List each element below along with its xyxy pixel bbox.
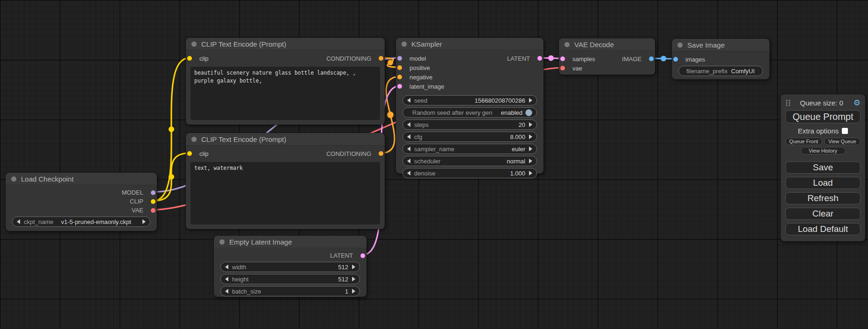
widget-value: 512 [338, 276, 348, 283]
output-port-latent[interactable] [360, 253, 365, 258]
save-button[interactable]: Save [785, 161, 861, 174]
node-vae-decode[interactable]: VAE Decode samples IMAGE vae [559, 38, 655, 75]
node-title-bar[interactable]: Load Checkpoint [6, 173, 157, 185]
load-button[interactable]: Load [785, 177, 861, 189]
output-port-vae[interactable] [151, 208, 155, 213]
node-title: Load Checkpoint [21, 175, 74, 183]
input-port-samples[interactable] [560, 56, 565, 61]
output-port-conditioning[interactable] [379, 151, 383, 156]
input-port-images[interactable] [673, 57, 678, 62]
output-port-model[interactable] [151, 190, 155, 195]
prompt-textarea[interactable]: beautiful scenery nature glass bottle la… [191, 67, 380, 120]
next-value-arrow-icon[interactable] [352, 277, 355, 281]
batch-size-widget[interactable]: batch_size 1 [220, 286, 360, 296]
widget-value: euler [512, 146, 525, 153]
input-label-vae: vae [572, 65, 582, 72]
input-port-model[interactable] [397, 56, 402, 61]
clear-button[interactable]: Clear [785, 208, 861, 220]
next-value-arrow-icon[interactable] [529, 122, 532, 127]
extra-options-label: Extra options [798, 127, 839, 135]
prev-value-arrow-icon[interactable] [225, 277, 228, 281]
node-title-bar[interactable]: CLIP Text Encode (Prompt) [186, 133, 385, 146]
output-port-image[interactable] [649, 56, 654, 61]
ckpt-name-widget[interactable]: ckpt_name v1-5-pruned-emaonly.ckpt [12, 217, 150, 227]
node-title-bar[interactable]: KSampler [396, 38, 543, 50]
refresh-button[interactable]: Refresh [785, 192, 861, 204]
node-title-bar[interactable]: Empty Latent Image [214, 236, 367, 248]
widget-value: ComfyUI [731, 68, 755, 75]
node-title-bar[interactable]: Save Image [672, 39, 769, 51]
node-load-checkpoint[interactable]: Load Checkpoint MODEL CLIP VAE ckpt_name… [6, 173, 157, 231]
next-value-arrow-icon[interactable] [529, 159, 532, 163]
random-seed-toggle-widget[interactable]: Random seed after every gen enabled [402, 107, 537, 118]
sampler-name-widget[interactable]: sampler_name euler [402, 144, 537, 154]
collapse-dot-icon[interactable] [11, 176, 16, 182]
node-title-bar[interactable]: VAE Decode [559, 38, 655, 51]
output-label-model: MODEL [122, 189, 143, 196]
prev-value-arrow-icon[interactable] [407, 122, 410, 127]
output-port-clip[interactable] [151, 199, 155, 204]
next-value-arrow-icon[interactable] [352, 289, 355, 294]
collapse-dot-icon[interactable] [191, 137, 197, 142]
extra-options-checkbox[interactable] [842, 128, 848, 134]
node-title-bar[interactable]: CLIP Text Encode (Prompt) [186, 38, 385, 50]
collapse-dot-icon[interactable] [402, 42, 407, 47]
link-midpoint-dot [548, 56, 554, 61]
prev-value-arrow-icon[interactable] [407, 159, 410, 163]
next-value-arrow-icon[interactable] [529, 98, 532, 103]
collapse-dot-icon[interactable] [677, 42, 683, 48]
output-port-conditioning[interactable] [379, 56, 383, 61]
node-empty-latent-image[interactable]: Empty Latent Image LATENT width 512 heig… [214, 236, 367, 297]
widget-value: 156680208700286 [475, 97, 525, 104]
next-value-arrow-icon[interactable] [529, 147, 532, 151]
node-clip-text-encode-positive[interactable]: CLIP Text Encode (Prompt) clip CONDITION… [186, 38, 385, 125]
view-history-button[interactable]: View History [801, 147, 846, 154]
input-label-model: model [409, 55, 426, 62]
queue-prompt-button[interactable]: Queue Prompt [785, 110, 861, 123]
prev-value-arrow-icon[interactable] [407, 98, 410, 103]
input-port-positive[interactable] [397, 65, 402, 70]
widget-value: v1-5-pruned-emaonly.ckpt [61, 218, 131, 225]
widget-label: height [232, 276, 248, 283]
prev-value-arrow-icon[interactable] [407, 147, 410, 151]
queue-front-button[interactable]: Queue Front [785, 138, 822, 145]
width-widget[interactable]: width 512 [220, 262, 360, 272]
prev-value-arrow-icon[interactable] [225, 265, 228, 269]
height-widget[interactable]: height 512 [220, 274, 360, 284]
seed-widget[interactable]: seed 156680208700286 [402, 95, 537, 105]
collapse-dot-icon[interactable] [191, 42, 197, 47]
cfg-widget[interactable]: cfg 8.000 [402, 132, 537, 142]
prev-value-arrow-icon[interactable] [225, 289, 228, 294]
denoise-widget[interactable]: denoise 1.000 [402, 168, 537, 178]
node-save-image[interactable]: Save Image images filename_prefix ComfyU… [672, 39, 769, 79]
input-port-negative[interactable] [397, 75, 402, 79]
input-port-clip[interactable] [187, 151, 192, 156]
load-default-button[interactable]: Load Default [785, 223, 861, 235]
filename-prefix-widget[interactable]: filename_prefix ComfyUI [678, 66, 763, 76]
scheduler-widget[interactable]: scheduler normal [402, 156, 537, 166]
drag-handle-icon[interactable] [785, 99, 791, 106]
widget-label: seed [414, 97, 427, 104]
input-port-vae[interactable] [560, 66, 565, 70]
graph-canvas[interactable]: Load Checkpoint MODEL CLIP VAE ckpt_name… [0, 0, 868, 329]
next-value-arrow-icon[interactable] [529, 171, 532, 175]
next-value-arrow-icon[interactable] [529, 134, 532, 139]
output-port-latent[interactable] [537, 56, 542, 61]
collapse-dot-icon[interactable] [565, 42, 570, 47]
input-port-latent-image[interactable] [397, 84, 402, 89]
prev-value-arrow-icon[interactable] [407, 134, 410, 139]
collapse-dot-icon[interactable] [219, 239, 225, 245]
next-value-arrow-icon[interactable] [142, 219, 146, 224]
next-value-arrow-icon[interactable] [352, 265, 355, 269]
settings-gear-icon[interactable] [852, 99, 861, 107]
prev-value-arrow-icon[interactable] [17, 219, 20, 224]
node-clip-text-encode-negative[interactable]: CLIP Text Encode (Prompt) clip CONDITION… [186, 133, 385, 229]
view-queue-button[interactable]: View Queue [824, 138, 861, 145]
prev-value-arrow-icon[interactable] [407, 171, 410, 175]
input-port-clip[interactable] [187, 56, 192, 61]
prompt-textarea[interactable]: text, watermark [191, 162, 380, 224]
toggle-on-icon[interactable] [525, 109, 532, 116]
node-ksampler[interactable]: KSampler model LATENT positive negative … [396, 38, 543, 174]
input-label-clip: clip [199, 150, 209, 157]
steps-widget[interactable]: steps 20 [402, 119, 537, 130]
